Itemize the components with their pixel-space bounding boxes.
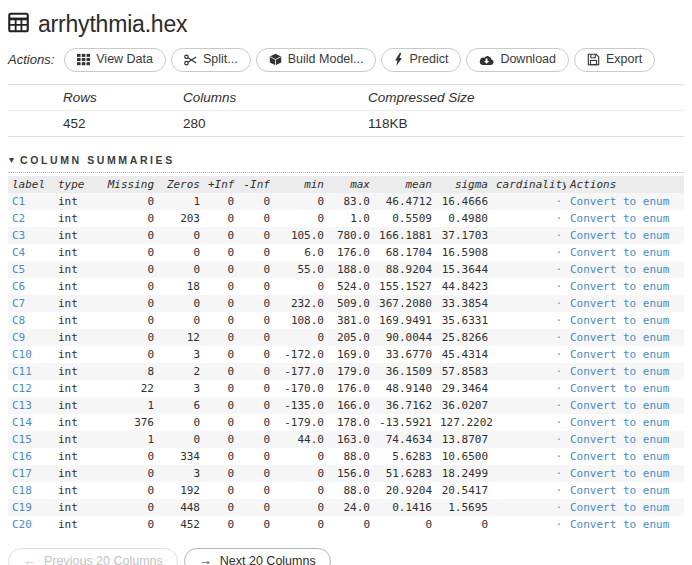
cell-ninf: 0 xyxy=(238,227,274,244)
th-icon xyxy=(77,53,90,66)
column-label-link[interactable]: C9 xyxy=(12,331,25,344)
convert-to-enum-link[interactable]: Convert to enum xyxy=(570,246,669,259)
cell-ninf: 0 xyxy=(238,431,274,448)
convert-to-enum-link[interactable]: Convert to enum xyxy=(570,297,669,310)
cell-missing: 0 xyxy=(100,346,158,363)
convert-to-enum-link[interactable]: Convert to enum xyxy=(570,382,669,395)
convert-to-enum-link[interactable]: Convert to enum xyxy=(570,314,669,327)
convert-to-enum-link[interactable]: Convert to enum xyxy=(570,331,669,344)
pagination: ← Previous 20 Columns → Next 20 Columns xyxy=(8,548,684,565)
convert-to-enum-link[interactable]: Convert to enum xyxy=(570,195,669,208)
convert-to-enum-link[interactable]: Convert to enum xyxy=(570,212,669,225)
cell-max: 1.0 xyxy=(328,210,374,227)
predict-button[interactable]: Predict xyxy=(381,48,461,72)
column-label-link[interactable]: C2 xyxy=(12,212,25,225)
convert-to-enum-link[interactable]: Convert to enum xyxy=(570,467,669,480)
previous-20-columns-button[interactable]: ← Previous 20 Columns xyxy=(8,548,178,565)
cell-missing: 0 xyxy=(100,482,158,499)
cell-missing: 1 xyxy=(100,431,158,448)
cell-min: 0 xyxy=(274,499,328,516)
actions-label: Actions: xyxy=(8,52,54,67)
cell-zeros: 0 xyxy=(158,414,204,431)
cell-type: int xyxy=(54,516,100,533)
cell-label: C11 xyxy=(8,363,54,380)
table-row: C9int012000205.090.004425.8266·Convert t… xyxy=(8,329,684,346)
cell-mean: 48.9140 xyxy=(374,380,436,397)
convert-to-enum-link[interactable]: Convert to enum xyxy=(570,484,669,497)
convert-to-enum-link[interactable]: Convert to enum xyxy=(570,280,669,293)
cell-sigma: 16.5908 xyxy=(436,244,492,261)
view-data-button[interactable]: View Data xyxy=(64,48,166,72)
convert-to-enum-link[interactable]: Convert to enum xyxy=(570,518,669,531)
cell-pinf: 0 xyxy=(204,244,238,261)
cell-min: -135.0 xyxy=(274,397,328,414)
split-button[interactable]: Split... xyxy=(171,48,251,72)
table-row: C20int0452000000·Convert to enum xyxy=(8,516,684,533)
column-label-link[interactable]: C12 xyxy=(12,382,32,395)
export-button[interactable]: Export xyxy=(574,48,655,72)
column-header-missing: Missing xyxy=(100,176,158,193)
column-label-link[interactable]: C8 xyxy=(12,314,25,327)
cell-missing: 0 xyxy=(100,210,158,227)
convert-to-enum-link[interactable]: Convert to enum xyxy=(570,501,669,514)
cell-zeros: 3 xyxy=(158,465,204,482)
convert-to-enum-link[interactable]: Convert to enum xyxy=(570,365,669,378)
column-label-link[interactable]: C13 xyxy=(12,399,32,412)
cell-pinf: 0 xyxy=(204,193,238,210)
table-row: C16int033400088.05.628310.6500·Convert t… xyxy=(8,448,684,465)
convert-to-enum-link[interactable]: Convert to enum xyxy=(570,399,669,412)
cell-ninf: 0 xyxy=(238,363,274,380)
convert-to-enum-link[interactable]: Convert to enum xyxy=(570,229,669,242)
cell-pinf: 0 xyxy=(204,295,238,312)
column-label-link[interactable]: C14 xyxy=(12,416,32,429)
column-label-link[interactable]: C17 xyxy=(12,467,32,480)
column-label-link[interactable]: C6 xyxy=(12,280,25,293)
next-20-columns-button[interactable]: → Next 20 Columns xyxy=(184,548,331,565)
convert-to-enum-link[interactable]: Convert to enum xyxy=(570,348,669,361)
cell-type: int xyxy=(54,193,100,210)
convert-to-enum-link[interactable]: Convert to enum xyxy=(570,450,669,463)
table-row: C4int00006.0176.068.170416.5908·Convert … xyxy=(8,244,684,261)
cell-zeros: 0 xyxy=(158,261,204,278)
cell-min: 105.0 xyxy=(274,227,328,244)
convert-to-enum-link[interactable]: Convert to enum xyxy=(570,263,669,276)
build-model-button[interactable]: Build Model... xyxy=(256,48,377,72)
table-row: C3int0000105.0780.0166.188137.1703·Conve… xyxy=(8,227,684,244)
column-summaries-section-toggle[interactable]: ▾ COLUMN SUMMARIES xyxy=(8,150,684,173)
column-header-sigma: sigma xyxy=(436,176,492,193)
download-button[interactable]: Download xyxy=(466,48,569,72)
convert-to-enum-link[interactable]: Convert to enum xyxy=(570,416,669,429)
column-label-link[interactable]: C7 xyxy=(12,297,25,310)
cell-type: int xyxy=(54,261,100,278)
cell-missing: 0 xyxy=(100,193,158,210)
column-label-link[interactable]: C19 xyxy=(12,501,32,514)
column-label-link[interactable]: C15 xyxy=(12,433,32,446)
cell-type: int xyxy=(54,210,100,227)
column-label-link[interactable]: C1 xyxy=(12,195,25,208)
cell-max: 188.0 xyxy=(328,261,374,278)
cell-type: int xyxy=(54,448,100,465)
cell-mean: 0.1416 xyxy=(374,499,436,516)
cell-pinf: 0 xyxy=(204,380,238,397)
cell-type: int xyxy=(54,346,100,363)
button-label: Predict xyxy=(409,53,448,67)
cell-pinf: 0 xyxy=(204,397,238,414)
column-label-link[interactable]: C11 xyxy=(12,365,32,378)
cell-sigma: 44.8423 xyxy=(436,278,492,295)
cell-max: 166.0 xyxy=(328,397,374,414)
cell-min: 108.0 xyxy=(274,312,328,329)
column-label-link[interactable]: C18 xyxy=(12,484,32,497)
compressed-size-value: 118KB xyxy=(368,110,684,136)
column-label-link[interactable]: C5 xyxy=(12,263,25,276)
button-label: Build Model... xyxy=(288,53,364,67)
column-header-type: type xyxy=(54,176,100,193)
column-label-link[interactable]: C16 xyxy=(12,450,32,463)
cell-ninf: 0 xyxy=(238,380,274,397)
column-label-link[interactable]: C3 xyxy=(12,229,25,242)
column-header-cardinality: cardinality xyxy=(492,176,566,193)
column-label-link[interactable]: C10 xyxy=(12,348,32,361)
column-label-link[interactable]: C4 xyxy=(12,246,25,259)
convert-to-enum-link[interactable]: Convert to enum xyxy=(570,433,669,446)
column-label-link[interactable]: C20 xyxy=(12,518,32,531)
cell-pinf: 0 xyxy=(204,210,238,227)
